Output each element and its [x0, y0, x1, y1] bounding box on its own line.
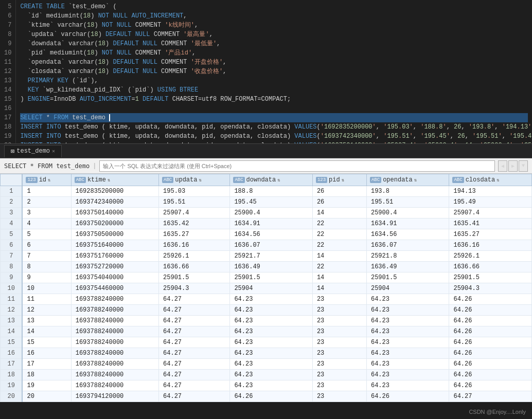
- cell-closdata: 25907.4: [449, 208, 532, 218]
- table-row[interactable]: 18 18 1693788240000 64.27 64.23 23 64.23…: [1, 370, 532, 380]
- col-header-downdata[interactable]: ABC downdata ⇅: [230, 174, 313, 186]
- sort-icon-ktime[interactable]: ⇅: [108, 177, 110, 183]
- cell-id: 5: [22, 229, 71, 240]
- table-row[interactable]: 2 2 1693742340000 195.51 195.45 26 195.5…: [1, 197, 532, 208]
- cell-opendata: 64.23: [366, 359, 449, 370]
- cell-id: 17: [22, 359, 71, 370]
- table-row[interactable]: 10 10 1693754460000 25904.3 25904 14 259…: [1, 283, 532, 294]
- col-header-id[interactable]: 123 id ⇅: [22, 174, 71, 186]
- cell-ktime: 1693752720000: [71, 262, 158, 272]
- row-num-cell: 14: [1, 326, 23, 337]
- cell-opendata: 1634.91: [366, 218, 449, 229]
- row-num-cell: 15: [1, 337, 23, 348]
- row-num-cell: 3: [1, 208, 23, 218]
- table-row[interactable]: 15 15 1693788240000 64.27 64.23 23 64.23…: [1, 337, 532, 348]
- cell-pid: 14: [312, 208, 366, 218]
- sql-filter-input[interactable]: [99, 160, 495, 172]
- sql-query-label: SELECT * FROM test_demo: [4, 162, 90, 170]
- result-tab[interactable]: ⊠ test_demo ✕: [4, 145, 62, 157]
- col-type-downdata: ABC: [233, 177, 244, 183]
- cell-downdata: 64.23: [230, 305, 313, 316]
- cell-opendata: 64.26: [366, 391, 449, 402]
- sort-icon-updata[interactable]: ⇅: [199, 177, 201, 183]
- tab-close-icon[interactable]: ✕: [52, 148, 55, 154]
- col-header-closdata[interactable]: ABC closdata ⇅: [449, 174, 532, 186]
- table-row[interactable]: 16 16 1693788240000 64.27 64.23 23 64.23…: [1, 348, 532, 359]
- cell-opendata: 64.23: [366, 370, 449, 380]
- cell-downdata: 1636.49: [230, 262, 313, 272]
- cell-downdata: 1634.91: [230, 218, 313, 229]
- cell-downdata: 25901.5: [230, 272, 313, 283]
- table-row[interactable]: 5 5 1693750500000 1635.27 1634.56 22 163…: [1, 229, 532, 240]
- row-num-cell: 17: [1, 359, 23, 370]
- col-name-ktime: ktime: [87, 176, 106, 184]
- table-row[interactable]: 20 20 1693794120000 64.27 64.26 23 64.26…: [1, 391, 532, 402]
- cell-opendata: 64.23: [366, 316, 449, 326]
- table-row[interactable]: 12 12 1693788240000 64.27 64.23 23 64.23…: [1, 305, 532, 316]
- cell-updata: 64.27: [159, 380, 230, 391]
- cell-pid: 26: [312, 186, 366, 197]
- cell-downdata: 188.8: [230, 186, 313, 197]
- nav-next-arrow[interactable]: ▶: [508, 160, 518, 172]
- cell-opendata: 64.23: [366, 348, 449, 359]
- cell-closdata: 64.27: [449, 391, 532, 402]
- cell-id: 20: [22, 391, 71, 402]
- table-row[interactable]: 9 9 1693754040000 25901.5 25901.5 14 259…: [1, 272, 532, 283]
- col-name-pid: pid: [329, 176, 340, 184]
- sort-icon-id[interactable]: ⇅: [48, 177, 50, 183]
- data-table-wrapper[interactable]: 123 id ⇅ ABC ktime ⇅ ABC updata ⇅ ABC do…: [0, 174, 532, 402]
- sort-icon-closdata[interactable]: ⇅: [496, 177, 499, 183]
- row-num-cell: 10: [1, 283, 23, 294]
- table-row[interactable]: 8 8 1693752720000 1636.66 1636.49 22 163…: [1, 262, 532, 272]
- cell-updata: 64.27: [159, 305, 230, 316]
- cell-downdata: 1634.56: [230, 229, 313, 240]
- sort-icon-opendata[interactable]: ⇅: [414, 177, 417, 183]
- cell-downdata: 64.23: [230, 326, 313, 337]
- row-num-cell: 5: [1, 229, 23, 240]
- cell-ktime: 1693794120000: [71, 391, 158, 402]
- cell-downdata: 64.26: [230, 391, 313, 402]
- col-header-pid[interactable]: 123 pid ⇅: [312, 174, 366, 186]
- cell-downdata: 25900.4: [230, 208, 313, 218]
- code-content[interactable]: CREATE TABLE `test_demo` ( `id` mediumin…: [16, 0, 532, 143]
- table-row[interactable]: 3 3 1693750140000 25907.4 25900.4 14 259…: [1, 208, 532, 218]
- data-table: 123 id ⇅ ABC ktime ⇅ ABC updata ⇅ ABC do…: [0, 174, 532, 402]
- cell-ktime: 1693751640000: [71, 240, 158, 251]
- cell-updata: 1635.42: [159, 218, 230, 229]
- col-header-opendata[interactable]: ABC opendata ⇅: [366, 174, 449, 186]
- nav-prev-arrow[interactable]: ◀: [498, 160, 507, 172]
- table-row[interactable]: 17 17 1693788240000 64.27 64.23 23 64.23…: [1, 359, 532, 370]
- col-header-updata[interactable]: ABC updata ⇅: [159, 174, 230, 186]
- pipe-separator: |: [93, 162, 96, 170]
- nav-down-arrow[interactable]: ▼: [519, 160, 528, 172]
- table-row[interactable]: 4 4 1693750200000 1635.42 1634.91 22 163…: [1, 218, 532, 229]
- col-header-ktime[interactable]: ABC ktime ⇅: [71, 174, 158, 186]
- cell-ktime: 1692835200000: [71, 186, 158, 197]
- cell-closdata: 1635.41: [449, 218, 532, 229]
- row-num-cell: 1: [1, 186, 23, 197]
- table-row[interactable]: 6 6 1693751640000 1636.16 1636.07 22 163…: [1, 240, 532, 251]
- table-row[interactable]: 19 19 1693788240000 64.27 64.23 23 64.23…: [1, 380, 532, 391]
- sort-icon-pid[interactable]: ⇅: [342, 177, 344, 183]
- cell-id: 3: [22, 208, 71, 218]
- cell-pid: 26: [312, 197, 366, 208]
- table-row[interactable]: 1 1 1692835200000 195.03 188.8 26 193.8 …: [1, 186, 532, 197]
- table-row[interactable]: 11 11 1693788240000 64.27 64.23 23 64.23…: [1, 294, 532, 305]
- cell-ktime: 1693788240000: [71, 348, 158, 359]
- row-num-cell: 12: [1, 305, 23, 316]
- cell-id: 12: [22, 305, 71, 316]
- cell-closdata: 64.26: [449, 337, 532, 348]
- cell-opendata: 25900.4: [366, 208, 449, 218]
- table-row[interactable]: 14 14 1693788240000 64.27 64.23 23 64.23…: [1, 326, 532, 337]
- table-row[interactable]: 7 7 1693751760000 25926.1 25921.7 14 259…: [1, 251, 532, 262]
- sort-icon-downdata[interactable]: ⇅: [277, 177, 280, 183]
- cell-updata: 1636.16: [159, 240, 230, 251]
- cell-id: 4: [22, 218, 71, 229]
- cell-closdata: 1636.16: [449, 240, 532, 251]
- cell-opendata: 64.23: [366, 294, 449, 305]
- table-row[interactable]: 13 13 1693788240000 64.27 64.23 23 64.23…: [1, 316, 532, 326]
- cell-opendata: 64.23: [366, 380, 449, 391]
- col-name-opendata: opendata: [383, 176, 413, 184]
- cell-opendata: 25921.8: [366, 251, 449, 262]
- cell-downdata: 195.45: [230, 197, 313, 208]
